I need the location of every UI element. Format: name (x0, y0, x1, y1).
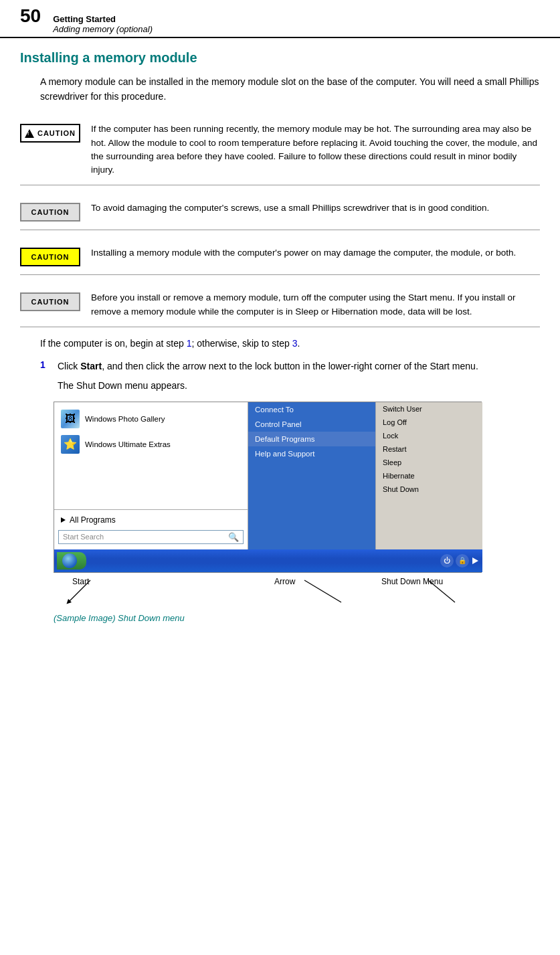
caption-area: Start Arrow Shut Down Menu (54, 577, 482, 610)
ultimate-extras-label: Windows Ultimate Extras (85, 440, 171, 448)
menu-switch-user[interactable]: Switch User (376, 402, 482, 416)
step-1-number: 1 (40, 359, 55, 370)
step-1-description: Click Start, and then click the arrow ne… (58, 359, 540, 374)
step-intro: If the computer is on, begin at step 1; … (40, 337, 540, 351)
menu-default-programs[interactable]: Default Programs (248, 432, 375, 446)
all-programs-label: All Programs (70, 515, 116, 525)
start-menu: 🖼 Windows Photo Gallery ⭐ Windows Ultima… (54, 402, 482, 549)
caution-block-4: CAUTION Before you install or remove a m… (20, 284, 540, 327)
step-intro-text-before: If the computer is on, begin at step (40, 338, 187, 349)
menu-connect-to[interactable]: Connect To (248, 402, 375, 417)
step-intro-text-after: . (297, 338, 300, 349)
all-programs-row[interactable]: All Programs (54, 513, 248, 527)
taskbar-power-icon[interactable]: ⏻ (440, 554, 454, 568)
start-menu-right-panel: Switch User Log Off Lock Restart Sleep H… (375, 402, 482, 549)
menu-item-ultimate-extras[interactable]: ⭐ Windows Ultimate Extras (54, 432, 248, 457)
caution-text-3: Installing a memory module with the comp… (91, 246, 540, 260)
taskbar-right-buttons: ⏻ 🔒 (440, 554, 480, 568)
menu-item-photo-gallery[interactable]: 🖼 Windows Photo Gallery (54, 406, 248, 432)
menu-help-support[interactable]: Help and Support (248, 446, 375, 461)
photo-gallery-label: Windows Photo Gallery (85, 415, 165, 423)
header-subtitle: Adding memory (optional) (53, 24, 153, 34)
windows-orb-icon (62, 553, 77, 568)
step-1-row: 1 Click Start, and then click the arrow … (40, 359, 540, 374)
start-menu-middle-panel: Connect To Control Panel Default Program… (248, 402, 375, 549)
menu-shut-down[interactable]: Shut Down (376, 483, 482, 496)
win-screenshot: 🖼 Windows Photo Gallery ⭐ Windows Ultima… (54, 402, 482, 572)
caution-label-4: CAUTION (31, 298, 69, 306)
menu-hibernate[interactable]: Hibernate (376, 469, 482, 483)
caption-shut-down-menu-label: Shut Down Menu (381, 577, 443, 586)
caution-badge-4: CAUTION (20, 292, 80, 311)
caution-badge-2: CAUTION (20, 203, 80, 222)
caution-badge-3: CAUTION (20, 248, 80, 266)
caution-text-1: If the computer has been running recentl… (91, 122, 540, 177)
search-icon: 🔍 (228, 532, 239, 542)
taskbar: ⏻ 🔒 (54, 549, 482, 572)
photo-gallery-icon: 🖼 (61, 410, 80, 428)
start-menu-left-panel: 🖼 Windows Photo Gallery ⭐ Windows Ultima… (54, 402, 248, 549)
left-panel-top: 🖼 Windows Photo Gallery ⭐ Windows Ultima… (54, 402, 248, 457)
warning-triangle-icon-1 (25, 129, 34, 138)
menu-log-off[interactable]: Log Off (376, 416, 482, 429)
caution-badge-1: CAUTION (20, 124, 80, 143)
caption-start-label: Start (72, 577, 89, 586)
menu-sleep[interactable]: Sleep (376, 456, 482, 469)
caution-block-3: CAUTION Installing a memory module with … (20, 240, 540, 275)
caption-arrow-label: Arrow (274, 577, 295, 586)
caution-block-1: CAUTION If the computer has been running… (20, 116, 540, 185)
step-1-sub: The Shut Down menu appears. (58, 379, 540, 394)
all-programs-arrow-icon (61, 517, 66, 523)
search-placeholder-text: Start Search (63, 533, 104, 541)
intro-paragraph: A memory module can be installed in the … (40, 75, 540, 104)
ultimate-extras-icon: ⭐ (61, 435, 80, 454)
caution-text-4: Before you install or remove a memory mo… (91, 291, 540, 319)
section-heading: Installing a memory module (20, 50, 540, 66)
start-search-bar[interactable]: Start Search 🔍 (58, 530, 244, 544)
menu-control-panel[interactable]: Control Panel (248, 417, 375, 432)
menu-restart[interactable]: Restart (376, 442, 482, 456)
taskbar-arrow-icon[interactable] (472, 557, 478, 564)
main-content: Installing a memory module A memory modu… (0, 38, 560, 636)
left-bottom-section: All Programs Start Search 🔍 (54, 509, 248, 549)
page-header: 50 Getting Started Adding memory (option… (0, 0, 560, 38)
svg-line-1 (304, 580, 341, 602)
menu-lock[interactable]: Lock (376, 429, 482, 442)
step-1-text-before: Click (58, 361, 80, 371)
header-text: Getting Started Adding memory (optional) (53, 14, 153, 34)
screenshot-container: 🖼 Windows Photo Gallery ⭐ Windows Ultima… (54, 402, 482, 573)
caution-block-2: CAUTION To avoid damaging the computer's… (20, 195, 540, 230)
taskbar-lock-icon[interactable]: 🔒 (456, 554, 469, 568)
step-1-text-after: , and then click the arrow next to the l… (102, 361, 478, 371)
step-1-bold: Start (80, 361, 102, 371)
caution-text-2: To avoid damaging the computer's screws,… (91, 201, 540, 215)
sample-image-caption: (Sample Image) Shut Down menu (54, 613, 520, 623)
header-title: Getting Started (53, 14, 153, 24)
page-number: 50 (20, 5, 41, 27)
caution-label-1: CAUTION (37, 129, 76, 137)
caution-label-3: CAUTION (31, 253, 69, 261)
step-intro-text-middle: ; otherwise, skip to step (191, 338, 292, 349)
start-button[interactable] (57, 552, 86, 570)
caution-badge-inner-1: CAUTION (25, 129, 76, 138)
caution-label-2: CAUTION (31, 208, 69, 216)
